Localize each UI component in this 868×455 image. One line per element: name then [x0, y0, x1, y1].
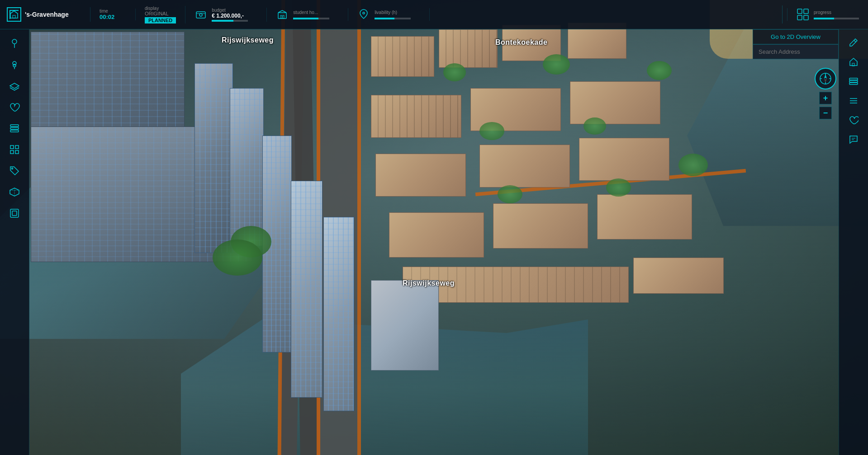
progress-bar-fill: [814, 18, 834, 19]
svg-rect-8: [280, 15, 282, 19]
svg-point-15: [12, 39, 17, 44]
student-section: student ho...: [267, 8, 348, 21]
sidebar-btn-heart[interactable]: [5, 98, 24, 117]
progress-bar: [814, 18, 859, 19]
display-label: display: [145, 6, 176, 11]
residential-2-1: [371, 95, 461, 138]
budget-section: budget € 1.200.000,-: [185, 8, 267, 22]
right-btn-heart[interactable]: [845, 112, 862, 129]
zoom-out-button[interactable]: −: [819, 107, 832, 119]
residential-1-2: [439, 29, 498, 68]
residential-4-1: [389, 212, 484, 258]
tree-cluster-2: [213, 239, 262, 276]
building-office-top: [31, 32, 185, 136]
progress-section: progress: [787, 8, 868, 21]
header-bar: 's-Gravenhage time 00:02 display ORIGINA…: [0, 0, 868, 29]
svg-line-2: [14, 11, 18, 14]
tree-cluster-5: [647, 61, 672, 80]
go-2d-button[interactable]: Go to 2D Overview: [753, 29, 839, 44]
svg-rect-23: [10, 130, 19, 132]
residential-4-2: [493, 203, 588, 249]
svg-rect-14: [804, 15, 808, 20]
tree-cluster-7: [583, 117, 606, 135]
tower-5: [323, 217, 354, 411]
progress-label: progress: [814, 10, 859, 15]
sidebar-btn-tree2[interactable]: [5, 55, 24, 74]
tree-cluster-3: [443, 63, 466, 81]
budget-icon: [194, 8, 207, 21]
svg-point-28: [12, 168, 13, 169]
svg-rect-24: [10, 145, 14, 149]
right-btn-menu[interactable]: [845, 92, 862, 109]
sidebar-btn-frame[interactable]: [5, 204, 24, 223]
svg-rect-12: [804, 9, 808, 14]
student-bar: [293, 18, 329, 19]
right-btn-chat[interactable]: [845, 131, 862, 148]
top-right-controls: Go to 2D Overview: [753, 29, 839, 59]
sidebar-btn-package[interactable]: [5, 183, 24, 202]
residential-2-3: [570, 81, 660, 124]
residential-3-1: [375, 154, 466, 197]
livability-icon: [357, 8, 370, 21]
svg-line-1: [10, 11, 14, 14]
right-sidebar: [839, 29, 868, 455]
map-viewport[interactable]: Rijswijkseweg Bontekoekade Rijswijkseweg: [0, 0, 868, 455]
student-info: student ho...: [293, 10, 329, 19]
svg-line-38: [854, 40, 856, 42]
svg-rect-22: [10, 127, 19, 129]
budget-bar: [212, 20, 248, 22]
residential-5-2: [633, 258, 724, 294]
svg-rect-41: [849, 80, 858, 82]
right-btn-home[interactable]: [845, 53, 862, 70]
city-name: 's-Gravenhage: [25, 11, 69, 18]
right-btn-layers[interactable]: [845, 73, 862, 90]
time-value: 00:02: [100, 14, 126, 20]
logo-icon: [7, 7, 21, 22]
search-address-input[interactable]: [753, 44, 839, 59]
display-planned[interactable]: PLANNED: [145, 17, 176, 23]
left-sidebar: [0, 29, 29, 455]
svg-rect-26: [10, 150, 14, 154]
sidebar-btn-tree1[interactable]: [5, 34, 24, 53]
budget-value: € 1.200.000,-: [212, 13, 248, 19]
svg-rect-31: [10, 209, 19, 217]
progress-icon: [797, 8, 809, 21]
sidebar-btn-tag[interactable]: [5, 161, 24, 180]
sidebar-btn-grid[interactable]: [5, 140, 24, 159]
student-icon: [276, 8, 289, 21]
budget-info: budget € 1.200.000,-: [212, 8, 248, 22]
building-bottom-grey: [371, 280, 439, 371]
zoom-in-button[interactable]: +: [819, 92, 832, 104]
tree-cluster-9: [498, 185, 522, 203]
right-btn-edit[interactable]: [845, 34, 862, 51]
residential-1-1: [371, 36, 434, 77]
nav-controls: + −: [815, 68, 836, 119]
tree-cluster-10: [606, 178, 631, 197]
svg-rect-13: [797, 15, 802, 20]
budget-label: budget: [212, 8, 248, 13]
tower-1: [194, 63, 233, 253]
tree-cluster-8: [678, 154, 708, 176]
svg-rect-4: [196, 12, 205, 18]
svg-marker-0: [10, 11, 18, 18]
livability-info: livability (h): [375, 10, 411, 19]
livability-bar: [375, 18, 411, 19]
student-label: student ho...: [293, 10, 329, 15]
compass-button[interactable]: [815, 68, 836, 89]
livability-label: livability (h): [375, 10, 411, 15]
residential-3-3: [579, 138, 669, 181]
svg-rect-3: [13, 15, 15, 18]
residential-4-3: [597, 194, 692, 239]
svg-rect-27: [15, 150, 19, 154]
tree-cluster-4: [543, 54, 570, 75]
svg-rect-7: [278, 13, 286, 19]
road-marking-3: [357, 0, 361, 455]
svg-rect-42: [849, 83, 858, 84]
sidebar-btn-layers[interactable]: [5, 76, 24, 95]
livability-bar-fill: [375, 18, 394, 19]
tree-cluster-6: [479, 122, 504, 140]
livability-section: livability (h): [348, 8, 430, 21]
tower-2: [230, 88, 264, 246]
time-label: time: [100, 9, 126, 14]
sidebar-btn-list[interactable]: [5, 119, 24, 138]
